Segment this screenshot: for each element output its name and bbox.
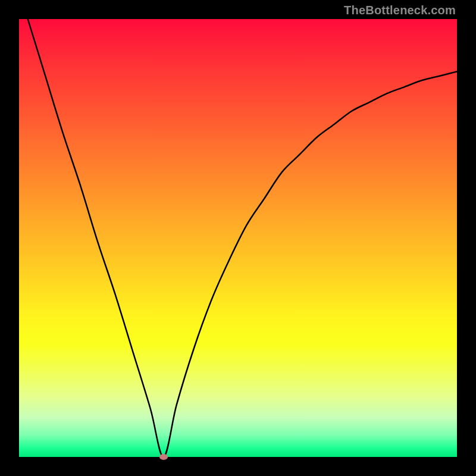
watermark-text: TheBottleneck.com	[344, 4, 456, 17]
plot-area	[19, 19, 457, 457]
minimum-marker	[159, 454, 168, 460]
bottleneck-curve	[19, 19, 457, 457]
chart-frame: TheBottleneck.com	[0, 0, 476, 476]
